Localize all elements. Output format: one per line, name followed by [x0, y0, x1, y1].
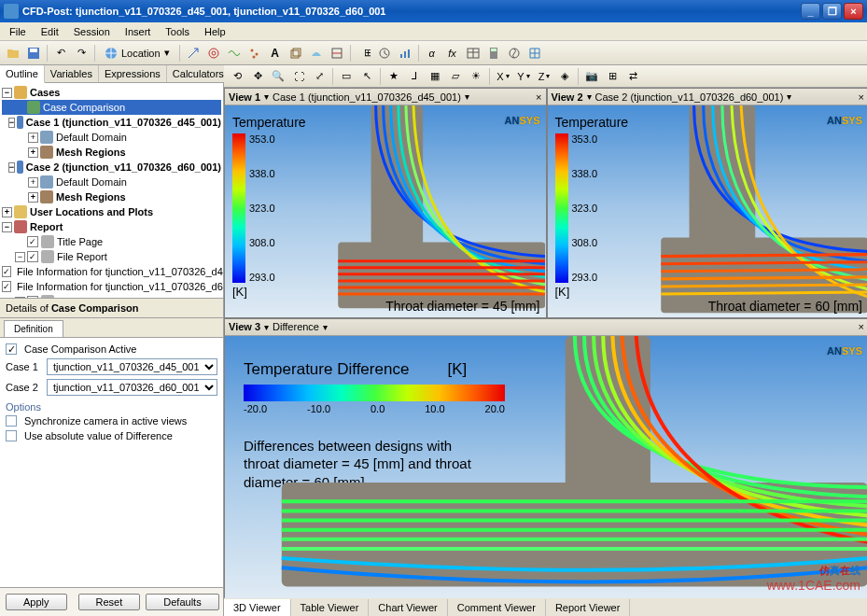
- viewport-close-icon[interactable]: ×: [859, 91, 864, 103]
- iso-view-icon[interactable]: ◈: [555, 67, 574, 86]
- tree-item[interactable]: −✓File Report: [2, 249, 221, 264]
- location-dropdown[interactable]: Location ▾: [99, 45, 175, 62]
- tree-item[interactable]: +Mesh Regions: [2, 145, 221, 160]
- tab-calculators[interactable]: Calculators: [167, 65, 231, 82]
- tree-item[interactable]: −Case 2 (tjunction_v11_070326_d60_001): [2, 160, 221, 175]
- undo-icon[interactable]: ↶: [51, 44, 70, 63]
- tree-item[interactable]: +Default Domain: [2, 175, 221, 189]
- isosurface-icon[interactable]: [307, 44, 326, 63]
- save-icon[interactable]: [24, 44, 43, 63]
- defaults-button[interactable]: Defaults: [146, 594, 218, 610]
- rotate-icon[interactable]: ⟲: [228, 67, 246, 86]
- menu-insert[interactable]: Insert: [118, 24, 159, 39]
- calculator-icon[interactable]: [484, 44, 503, 63]
- open-icon[interactable]: [4, 44, 22, 63]
- reset-button[interactable]: Reset: [78, 594, 141, 610]
- tree-toggle-icon[interactable]: −: [15, 252, 25, 262]
- viewport-1[interactable]: View 1 ▾ Case 1 (tjunction_v11_070326_d4…: [225, 89, 546, 317]
- pan-icon[interactable]: ✥: [248, 67, 267, 86]
- zoom-icon[interactable]: 🔍: [269, 67, 287, 86]
- clock-icon[interactable]: [375, 44, 394, 63]
- tree-toggle-icon[interactable]: −: [8, 118, 15, 128]
- case2-select[interactable]: tjunction_v11_070326_d60_001: [47, 379, 217, 396]
- tree-item[interactable]: −Report: [2, 219, 221, 234]
- tree-item[interactable]: ✓File Information for tjunction_v11_0703…: [2, 279, 221, 294]
- select-icon[interactable]: ▭: [337, 67, 356, 86]
- tree-checkbox[interactable]: ✓: [27, 251, 38, 262]
- view-x-icon[interactable]: X: [494, 67, 512, 86]
- view-z-icon[interactable]: Z: [535, 67, 553, 86]
- tree-toggle-icon[interactable]: −: [2, 222, 12, 232]
- streamline-icon[interactable]: [225, 44, 244, 63]
- tab-table-viewer[interactable]: Table Viewer: [291, 599, 370, 616]
- pick-icon[interactable]: ↖: [357, 67, 376, 86]
- tree-item[interactable]: +Mesh Regions: [2, 189, 221, 204]
- minimize-button[interactable]: _: [801, 3, 820, 20]
- menu-tools[interactable]: Tools: [158, 24, 197, 39]
- tree-toggle-icon[interactable]: −: [2, 88, 12, 98]
- tree-toggle-icon[interactable]: +: [28, 192, 38, 203]
- tree-toggle-icon[interactable]: +: [28, 133, 38, 143]
- viewport-2[interactable]: View 2 ▾ Case 2 (tjunction_v11_070326_d6…: [548, 89, 868, 317]
- tree-item[interactable]: ✓Title Page: [2, 234, 221, 249]
- viewport-close-icon[interactable]: ×: [536, 91, 541, 103]
- tree-item[interactable]: +User Locations and Plots: [2, 204, 221, 219]
- expression-icon[interactable]: fx: [443, 44, 462, 63]
- tree-item[interactable]: −Cases: [2, 85, 221, 100]
- mesh-calc-icon[interactable]: [525, 44, 544, 63]
- menu-help[interactable]: Help: [197, 24, 233, 39]
- tree-checkbox[interactable]: ✓: [27, 236, 38, 247]
- apply-button[interactable]: Apply: [6, 594, 67, 610]
- turbo-icon[interactable]: [505, 44, 524, 63]
- tree-item[interactable]: −Case 1 (tjunction_v11_070326_d45_001): [2, 115, 221, 130]
- tab-variables[interactable]: Variables: [45, 65, 99, 82]
- snapshot-icon[interactable]: 📷: [582, 67, 601, 86]
- chart-icon[interactable]: [396, 44, 414, 63]
- sync-icon[interactable]: ⇄: [623, 67, 642, 86]
- case-comparison-active-checkbox[interactable]: ✓: [6, 343, 17, 355]
- contour-icon[interactable]: [204, 44, 223, 63]
- outline-tree[interactable]: −CasesCase Comparison−Case 1 (tjunction_…: [0, 83, 223, 298]
- viewport-3-body[interactable]: ANSYS Temperature Difference [K] -20.0 -…: [225, 336, 867, 598]
- viewport-close-icon[interactable]: ×: [859, 321, 864, 332]
- details-tab-definition[interactable]: Definition: [4, 320, 63, 337]
- tree-toggle-icon[interactable]: +: [2, 207, 12, 217]
- tree-checkbox[interactable]: ✓: [2, 266, 11, 277]
- variable-icon[interactable]: α: [423, 44, 441, 63]
- redo-icon[interactable]: ↷: [72, 44, 91, 63]
- close-button[interactable]: ×: [844, 3, 863, 20]
- tab-expressions[interactable]: Expressions: [99, 65, 167, 82]
- clip-icon[interactable]: [328, 44, 346, 63]
- tab-report-viewer[interactable]: Report Viewer: [546, 599, 631, 616]
- layout-icon[interactable]: ⊞: [603, 67, 622, 86]
- tree-checkbox[interactable]: ✓: [2, 281, 11, 292]
- case1-select[interactable]: tjunction_v11_070326_d45_001: [47, 358, 217, 375]
- tab-3d-viewer[interactable]: 3D Viewer: [224, 599, 291, 616]
- menu-session[interactable]: Session: [66, 24, 118, 39]
- plane-icon[interactable]: ▱: [446, 67, 465, 86]
- volume-icon[interactable]: [287, 44, 305, 63]
- viewport-3[interactable]: View 3 ▾ Difference ▾ × ANSYS Temperatur…: [225, 319, 867, 598]
- particle-icon[interactable]: [245, 44, 264, 63]
- axis-icon[interactable]: ⅃: [405, 67, 424, 86]
- tab-outline[interactable]: Outline: [0, 65, 45, 83]
- abs-diff-checkbox[interactable]: [6, 430, 17, 441]
- fit-icon[interactable]: ⤢: [310, 67, 329, 86]
- tree-item[interactable]: +Default Domain: [2, 130, 221, 145]
- tree-item[interactable]: ✓File Information for tjunction_v11_0703…: [2, 264, 221, 279]
- wireframe-icon[interactable]: ▦: [426, 67, 444, 86]
- tree-toggle-icon[interactable]: +: [28, 147, 38, 158]
- menu-edit[interactable]: Edit: [34, 24, 66, 39]
- zoombox-icon[interactable]: ⛶: [289, 67, 308, 86]
- sync-camera-checkbox[interactable]: [6, 415, 17, 427]
- tree-toggle-icon[interactable]: −: [8, 162, 15, 173]
- viewport-2-body[interactable]: ANSYS Temperature 353.0 338.0 323.0 308.…: [548, 105, 868, 317]
- menu-file[interactable]: File: [2, 24, 34, 39]
- light-icon[interactable]: ☀: [467, 67, 485, 86]
- highlight-icon[interactable]: ★: [385, 67, 403, 86]
- vector-icon[interactable]: [184, 44, 203, 63]
- tab-comment-viewer[interactable]: Comment Viewer: [448, 599, 546, 616]
- text-icon[interactable]: A: [266, 44, 285, 63]
- maximize-button[interactable]: ❐: [822, 3, 842, 20]
- legend-icon[interactable]: ⊞: [355, 44, 373, 63]
